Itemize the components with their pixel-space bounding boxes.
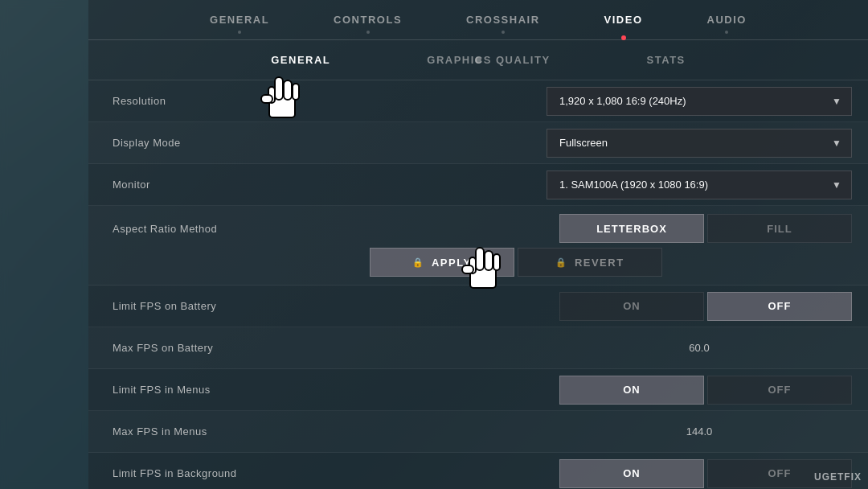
top-navigation: GENERAL CONTROLS CROSSHAIR VIDEO AUDIO	[88, 0, 868, 40]
resolution-row: Resolution 1,920 x 1,080 16:9 (240Hz) ▼	[88, 80, 868, 122]
aspect-ratio-control: Letterbox Fill	[370, 214, 852, 243]
limit-fps-menus-row: Limit FPS in Menus On Off	[88, 369, 868, 411]
dropdown-arrow-icon: ▼	[832, 96, 841, 107]
lock-icon: 🔒	[412, 257, 425, 268]
max-fps-battery-control: 60.0	[370, 342, 852, 354]
limit-fps-menus-off-button[interactable]: Off	[707, 376, 852, 405]
tab-video[interactable]: VIDEO	[572, 0, 675, 40]
max-fps-menus-control: 144.0	[370, 425, 852, 438]
lock-icon: 🔒	[555, 257, 568, 268]
letterbox-button[interactable]: Letterbox	[559, 214, 704, 243]
settings-content: Resolution 1,920 x 1,080 16:9 (240Hz) ▼ …	[88, 80, 868, 489]
fill-button[interactable]: Fill	[707, 214, 852, 243]
tab-general[interactable]: GENERAL	[178, 0, 301, 40]
sub-navigation: GENERAL GRAPHICS QUALITY STATS	[88, 40, 868, 80]
subtab-graphics-quality[interactable]: GRAPHICS QUALITY	[411, 40, 566, 80]
limit-fps-battery-control: On Off	[370, 292, 852, 321]
resolution-dropdown[interactable]: 1,920 x 1,080 16:9 (240Hz) ▼	[547, 87, 852, 116]
max-fps-battery-value: 60.0	[547, 342, 852, 354]
limit-fps-menus-label: Limit FPS in Menus	[113, 384, 370, 396]
max-fps-menus-row: Max FPS in Menus 144.0	[88, 411, 868, 453]
monitor-row: Monitor 1. SAM100A (1920 x 1080 16:9) ▼	[88, 164, 868, 206]
revert-button[interactable]: 🔒 REVERT	[518, 248, 662, 277]
dropdown-arrow-icon: ▼	[832, 138, 841, 149]
action-group: 🔒 APPLY 🔒 REVERT	[370, 248, 662, 277]
limit-fps-background-toggle: On Off	[559, 459, 852, 488]
limit-fps-battery-toggle: On Off	[559, 292, 852, 321]
limit-fps-battery-row: Limit FPS on Battery On Off	[88, 286, 868, 327]
max-fps-menus-value: 144.0	[547, 425, 852, 438]
limit-fps-background-row: Limit FPS in Background On Off	[88, 453, 868, 489]
limit-fps-background-control: On Off	[370, 459, 852, 488]
limit-fps-battery-off-button[interactable]: Off	[707, 292, 852, 321]
display-mode-dropdown[interactable]: Fullscreen ▼	[547, 129, 852, 158]
display-mode-row: Display Mode Fullscreen ▼	[88, 122, 868, 164]
max-fps-battery-label: Max FPS on Battery	[113, 342, 370, 354]
resolution-control: 1,920 x 1,080 16:9 (240Hz) ▼	[370, 87, 852, 116]
left-panel	[0, 0, 88, 489]
aspect-ratio-toggle-row: Aspect Ratio Method Letterbox Fill	[113, 214, 852, 243]
aspect-ratio-label: Aspect Ratio Method	[113, 223, 370, 235]
limit-fps-menus-on-button[interactable]: On	[559, 376, 704, 405]
limit-fps-battery-label: Limit FPS on Battery	[113, 300, 370, 312]
limit-fps-menus-control: On Off	[370, 376, 852, 405]
max-fps-battery-row: Max FPS on Battery 60.0	[88, 327, 868, 369]
tab-controls[interactable]: CONTROLS	[301, 0, 434, 40]
limit-fps-menus-toggle: On Off	[559, 376, 852, 405]
subtab-general[interactable]: GENERAL	[255, 40, 346, 80]
subtab-stats[interactable]: STATS	[631, 40, 702, 80]
limit-fps-battery-on-button[interactable]: On	[559, 292, 704, 321]
apply-button[interactable]: 🔒 APPLY	[370, 248, 514, 277]
main-container: GENERAL CONTROLS CROSSHAIR VIDEO AUDIO G…	[88, 0, 868, 489]
watermark: UGETFIX	[814, 471, 862, 483]
display-mode-control: Fullscreen ▼	[370, 129, 852, 158]
limit-fps-background-on-button[interactable]: On	[559, 459, 704, 488]
aspect-ratio-row: Aspect Ratio Method Letterbox Fill	[88, 206, 868, 286]
tab-audio[interactable]: AUDIO	[675, 0, 779, 40]
monitor-label: Monitor	[113, 179, 370, 191]
monitor-control: 1. SAM100A (1920 x 1080 16:9) ▼	[370, 171, 852, 199]
display-mode-label: Display Mode	[113, 137, 370, 149]
max-fps-menus-label: Max FPS in Menus	[113, 425, 370, 438]
dropdown-arrow-icon: ▼	[832, 179, 841, 191]
monitor-dropdown[interactable]: 1. SAM100A (1920 x 1080 16:9) ▼	[547, 171, 852, 199]
apply-revert-row: 🔒 APPLY 🔒 REVERT	[113, 248, 852, 277]
aspect-ratio-toggle-group: Letterbox Fill	[559, 214, 852, 243]
resolution-label: Resolution	[113, 95, 370, 107]
limit-fps-background-label: Limit FPS in Background	[113, 467, 370, 479]
tab-crosshair[interactable]: CROSSHAIR	[434, 0, 572, 40]
